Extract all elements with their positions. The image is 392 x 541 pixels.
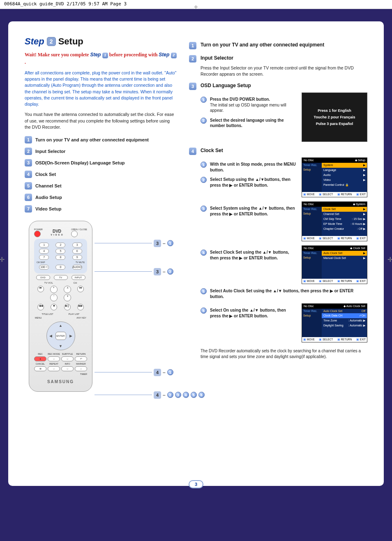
brand-label: SAMSUNG [34,379,87,384]
wait-step2: Step 2 [159,52,176,58]
osd-clockset-screen: No Disc◆ Clock SetTimer Rec.SetupAuto Cl… [302,245,367,284]
osd-system-screen: No Disc◆ SystemTimer Rec.SetupClock Set▶… [302,201,367,241]
rewind-button: ◀◀ [37,304,44,310]
vol-up-button: + [50,286,58,293]
cancel-button: ⊗ [34,366,46,371]
right-arrow-icon: ▶ [69,334,72,338]
checklist: 1Turn on your TV and any other connected… [25,136,177,213]
num-button: 3 [72,243,82,247]
content-card: Step 2 Setup Wait! Make sure you complet… [8,21,384,486]
checklist-item: 2Input Selector [25,148,177,155]
blue-paragraph: After all connections are complete, plug… [25,70,177,107]
callout-3-2: 3 – 2 [95,268,173,275]
checklist-badge: 5 [25,182,32,190]
section-2-body: Press the Input Selector on your TV remo… [201,65,367,77]
section-1: 1 Turn on your TV and any other connecte… [189,42,367,49]
checklist-badge: 3 [25,159,32,166]
checklist-badge: 1 [25,136,32,143]
s4-sub1: 1With the unit in Stop mode, press the M… [201,162,296,173]
vol-down-button: − [50,294,58,301]
checklist-text: OSD(On-Screen Display) Language Setup [35,160,125,165]
number-pad: 123 456 789 CM SKIPTV MUTE 100 +0AUDIO [34,239,87,273]
checklist-item: 5Channel Set [25,182,177,190]
checklist-text: Turn on your TV and any other connected … [35,137,149,142]
print-header: 00684A_quick guide_DVD 2/17/05 9:57 AM P… [0,0,392,9]
checklist-item: 7Video Setup [25,205,177,213]
page: ✛ ✛ Step 2 Setup Wait! Make sure you com… [0,9,392,502]
d-pad: ▲ ▼ ◀ ▶ ENTER [46,321,75,350]
return-button: ↶ [75,356,87,361]
section-1-title: Turn on your TV and any other connected … [201,42,324,48]
wait-suffix: . [25,59,26,65]
rec-button: ● [34,356,46,361]
num-button: 0 [55,265,65,270]
open-close-button [71,231,78,237]
subtitle-button: ○ [61,356,74,361]
enter-button: ENTER [55,332,66,340]
checklist-item: 1Turn on your TV and any other connected… [25,136,177,143]
stop-button: ■ [51,304,57,310]
step-word: Step [25,36,44,47]
section-3: 3 OSD Language Setup [189,83,367,90]
up-arrow-icon: ▲ [59,324,62,328]
checklist-item: 6Audio Setup [25,194,177,201]
next-track-button: ⏭ [77,286,84,292]
num-button: 6 [72,249,82,254]
power-button [34,231,41,237]
left-column: Step 2 Setup Wait! Make sure you complet… [25,36,177,474]
checklist-badge: 4 [25,171,32,178]
checklist-badge: 7 [25,205,32,213]
num-button: 5 [55,249,65,254]
page-number: 3 [189,480,203,488]
step-title: Step 2 Setup [25,36,177,47]
checklist-item: 4Clock Set [25,171,177,178]
fast-forward-button: ▶▶ [77,304,84,310]
dvd-mode-button: DVD [36,275,50,280]
hundred-button: 100 + [39,265,49,270]
anykey-label: ANY KEY [76,317,86,319]
checklist-item: 3OSD(On-Screen Display) Language Setup [25,159,177,166]
remote-illustration: POWER DVDV I D E O OPEN / CLOSE 123 456 … [25,221,177,392]
osd-language-screen: Press 1 for English Touche 2 pour França… [302,92,367,142]
ch-label: CH [74,282,77,284]
section-2: 2 Input Selector [189,55,367,62]
checklist-text: Clock Set [35,172,56,177]
checklist-badge: 6 [25,194,32,201]
down-arrow-icon: ▼ [59,344,62,348]
print-header-text: 00684A_quick guide_DVD 2/17/05 9:57 AM P… [4,1,127,7]
callout-3-1: 3 – 1 [95,240,173,247]
play-pause-button: ▶|| [64,304,71,310]
num-button: 1 [39,243,49,247]
left-arrow-icon: ◀ [49,334,52,338]
ch-down-button: ∨ [64,294,71,301]
callout-4-1: 4 – 1 [95,369,173,376]
wait-step1: Step 1 [90,52,108,58]
right-column: 1 Turn on your TV and any other connecte… [189,36,367,474]
checklist-badge: 2 [25,148,32,155]
open-close-label: OPEN / CLOSE [71,228,87,231]
step-setup-title: Setup [58,36,83,47]
input-button: INPUT [71,275,85,280]
wait-mid: before proceeding with [109,52,159,58]
num-button: 9 [72,255,82,260]
checklist-text: Input Selector [35,149,65,154]
s4-sub6: 6Select On using the ▲/▼ buttons, then p… [201,307,296,319]
ch-up-button: ∧ [64,286,71,293]
num-button: 7 [39,255,49,260]
info-button: ○ [61,366,74,371]
audio-button: AUDIO [72,265,82,270]
dvd-logo: DVDV I D E O [51,229,63,236]
menu-label: MENU [35,317,42,319]
osd-setup-screen: No Disc◆ SetupTimer Rec.SetupSystem▶Lang… [302,157,367,197]
wait-warning: Wait! Make sure you complete Step 1 befo… [25,51,177,66]
marker-button: ○ [75,366,87,371]
section-2-title: Input Selector [201,55,233,61]
section-4-title: Clock Set [201,148,223,153]
num-button: 4 [39,249,49,254]
s3-sub1: 1 Press the DVD POWER button.The initial… [201,97,296,113]
num-button: 2 [55,243,65,247]
num-button: 8 [55,255,65,260]
tv-mode-button: TV [54,275,68,280]
wait-prefix: Wait! Make sure you complete [25,52,90,58]
s4-sub3: 3Select System using the ▲/▼ buttons, th… [201,206,296,217]
